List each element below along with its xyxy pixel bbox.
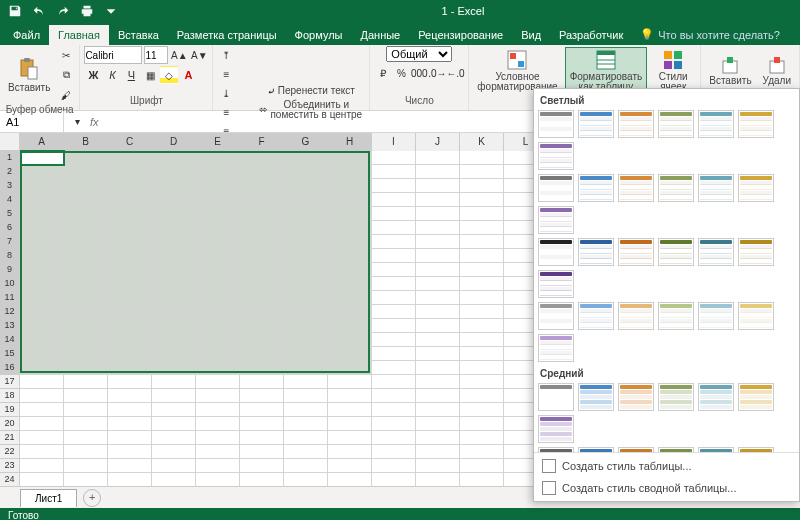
table-style-swatch[interactable]	[618, 174, 654, 202]
cell[interactable]	[64, 319, 108, 333]
cell[interactable]	[460, 179, 504, 193]
cell[interactable]	[284, 249, 328, 263]
cell[interactable]	[240, 445, 284, 459]
tab-файл[interactable]: Файл	[4, 25, 49, 45]
row-header[interactable]: 10	[0, 277, 19, 291]
cell[interactable]	[372, 403, 416, 417]
col-header[interactable]: B	[64, 133, 108, 151]
cell[interactable]	[152, 151, 196, 165]
percent-icon[interactable]: %	[392, 64, 410, 82]
cell[interactable]	[20, 333, 64, 347]
cell[interactable]	[416, 165, 460, 179]
cell[interactable]	[196, 389, 240, 403]
cell[interactable]	[152, 291, 196, 305]
row-header[interactable]: 13	[0, 319, 19, 333]
cell[interactable]	[416, 375, 460, 389]
table-style-swatch[interactable]	[698, 174, 734, 202]
table-style-swatch[interactable]	[578, 110, 614, 138]
cell[interactable]	[240, 277, 284, 291]
cell[interactable]	[372, 319, 416, 333]
font-name-input[interactable]	[84, 46, 142, 64]
table-style-swatch[interactable]	[698, 383, 734, 411]
cell[interactable]	[64, 347, 108, 361]
cell[interactable]	[196, 361, 240, 375]
align-bottom-icon[interactable]: ⤓	[217, 84, 235, 102]
tab-разметка страницы[interactable]: Разметка страницы	[168, 25, 286, 45]
cell[interactable]	[284, 151, 328, 165]
cell[interactable]	[152, 417, 196, 431]
cell[interactable]	[460, 193, 504, 207]
col-header[interactable]: H	[328, 133, 372, 151]
cell[interactable]	[196, 473, 240, 486]
col-header[interactable]: K	[460, 133, 504, 151]
cell[interactable]	[328, 235, 372, 249]
row-header[interactable]: 7	[0, 235, 19, 249]
row-header[interactable]: 1	[0, 151, 19, 165]
cell[interactable]	[64, 333, 108, 347]
cell[interactable]	[328, 417, 372, 431]
cell[interactable]	[152, 179, 196, 193]
cell[interactable]	[196, 291, 240, 305]
cell[interactable]	[20, 193, 64, 207]
cell[interactable]	[240, 319, 284, 333]
cell[interactable]	[20, 207, 64, 221]
cell[interactable]	[372, 235, 416, 249]
cell[interactable]	[240, 417, 284, 431]
table-style-swatch[interactable]	[658, 238, 694, 266]
cell[interactable]	[240, 375, 284, 389]
cell[interactable]	[416, 249, 460, 263]
cell[interactable]	[108, 277, 152, 291]
cell[interactable]	[64, 179, 108, 193]
name-box[interactable]: A1	[0, 111, 64, 133]
cell[interactable]	[372, 291, 416, 305]
cell[interactable]	[240, 361, 284, 375]
col-header[interactable]: D	[152, 133, 196, 151]
table-style-swatch[interactable]	[618, 238, 654, 266]
table-style-swatch[interactable]	[618, 302, 654, 330]
cell[interactable]	[460, 417, 504, 431]
cell[interactable]	[240, 179, 284, 193]
cell[interactable]	[108, 389, 152, 403]
cell[interactable]	[64, 165, 108, 179]
cell[interactable]	[196, 431, 240, 445]
cell[interactable]	[372, 347, 416, 361]
cell[interactable]	[372, 179, 416, 193]
cell[interactable]	[64, 291, 108, 305]
cell[interactable]	[328, 151, 372, 165]
row-header[interactable]: 5	[0, 207, 19, 221]
cell[interactable]	[196, 235, 240, 249]
cell[interactable]	[416, 207, 460, 221]
cell[interactable]	[196, 207, 240, 221]
cell[interactable]	[20, 221, 64, 235]
cell[interactable]	[372, 305, 416, 319]
table-style-swatch[interactable]	[738, 302, 774, 330]
cell[interactable]	[460, 249, 504, 263]
cell[interactable]	[64, 403, 108, 417]
cell[interactable]	[64, 249, 108, 263]
col-header[interactable]: A	[20, 133, 64, 151]
cell[interactable]	[196, 151, 240, 165]
row-header[interactable]: 12	[0, 305, 19, 319]
cell[interactable]	[328, 221, 372, 235]
cell[interactable]	[284, 319, 328, 333]
cell[interactable]	[460, 165, 504, 179]
italic-button[interactable]: К	[103, 66, 121, 84]
cell[interactable]	[152, 445, 196, 459]
table-style-swatch[interactable]	[658, 302, 694, 330]
table-style-swatch[interactable]	[738, 174, 774, 202]
cell[interactable]	[240, 459, 284, 473]
col-header[interactable]: J	[416, 133, 460, 151]
cell[interactable]	[460, 291, 504, 305]
currency-icon[interactable]: ₽	[374, 64, 392, 82]
font-size-input[interactable]	[144, 46, 168, 64]
cell[interactable]	[284, 375, 328, 389]
cell[interactable]	[64, 207, 108, 221]
tab-вид[interactable]: Вид	[512, 25, 550, 45]
cell[interactable]	[416, 473, 460, 486]
cell[interactable]	[20, 459, 64, 473]
cell[interactable]	[416, 263, 460, 277]
cell[interactable]	[240, 431, 284, 445]
cell[interactable]	[20, 389, 64, 403]
tab-рецензирование[interactable]: Рецензирование	[409, 25, 512, 45]
align-left-icon[interactable]: ≡	[217, 103, 235, 121]
